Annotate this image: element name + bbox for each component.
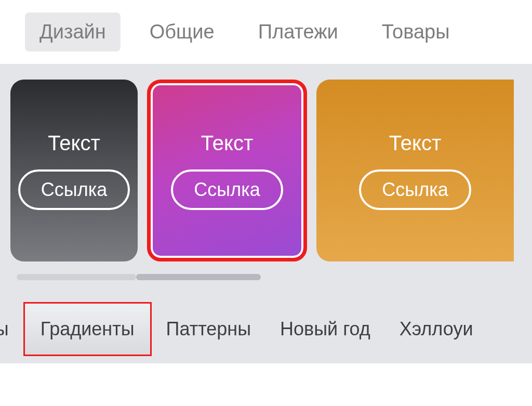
theme-card-dark[interactable]: Текст Ссылка [10, 80, 138, 261]
card-text-label: Текст [201, 132, 254, 155]
scroll-thumb[interactable] [136, 274, 261, 280]
scroll-indicator[interactable] [0, 261, 532, 295]
main-area: Текст Ссылка Текст Ссылка Текст Ссылка е… [0, 64, 532, 363]
theme-card-orange[interactable]: Текст Ссылка [316, 80, 514, 261]
tab-design[interactable]: Дизайн [25, 12, 121, 51]
category-tab-halloween[interactable]: Хэллоуи [385, 304, 473, 355]
top-tabs-bar: Дизайн Общие Платежи Товары [0, 0, 532, 64]
category-tab-patterns[interactable]: Паттерны [152, 304, 265, 355]
tab-payments[interactable]: Платежи [244, 12, 353, 51]
card-text-label: Текст [389, 132, 442, 155]
theme-card-gradient-selected[interactable]: Текст Ссылка [147, 80, 307, 261]
card-link-button[interactable]: Ссылка [18, 169, 130, 210]
category-tabs-bar: емы Градиенты Паттерны Новый год Хэллоуи [0, 295, 532, 363]
scroll-track-segment [17, 274, 136, 280]
tab-general[interactable]: Общие [135, 12, 229, 51]
card-text-label: Текст [48, 132, 100, 155]
card-link-button[interactable]: Ссылка [171, 169, 283, 210]
theme-cards-row: Текст Ссылка Текст Ссылка Текст Ссылка [0, 80, 532, 261]
tab-products[interactable]: Товары [367, 12, 464, 51]
scroll-track-segment [261, 274, 515, 280]
category-tab-new-year[interactable]: Новый год [265, 304, 385, 355]
category-tab-themes[interactable]: емы [0, 304, 23, 355]
card-link-button[interactable]: Ссылка [359, 169, 471, 210]
category-tab-gradients[interactable]: Градиенты [23, 302, 152, 356]
